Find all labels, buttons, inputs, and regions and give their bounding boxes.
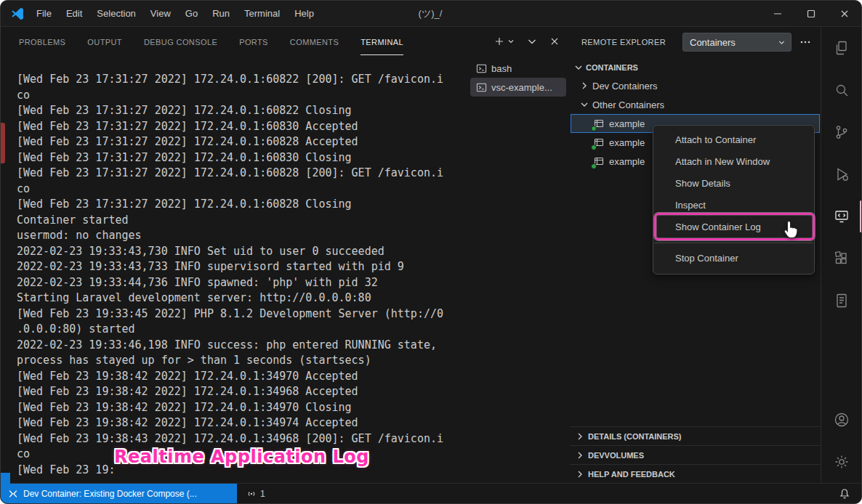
sidebar-title: REMOTE EXPLORER xyxy=(581,38,666,46)
tab-debug-console[interactable]: DEBUG CONSOLE xyxy=(144,28,217,55)
remote-indicator[interactable]: Dev Container: Existing Docker Compose (… xyxy=(1,484,237,503)
run-and-debug-icon[interactable] xyxy=(821,153,862,195)
container-context-menu: Attach to Container Attach in New Window… xyxy=(653,125,815,275)
chevron-down-icon xyxy=(573,62,584,73)
scope-select-value: Containers xyxy=(690,37,736,48)
more-actions-icon xyxy=(799,36,811,48)
section-containers[interactable]: CONTAINERS xyxy=(570,59,821,76)
radio-tower-icon xyxy=(246,489,257,499)
minimize-icon xyxy=(772,8,784,20)
close-icon xyxy=(839,8,850,20)
dropdown-chevron-icon xyxy=(507,37,515,46)
source-control-icon[interactable] xyxy=(821,111,862,153)
ports-count: 1 xyxy=(260,489,265,499)
tab-comments[interactable]: COMMENTS xyxy=(290,28,339,55)
menu-item-show-details[interactable]: Show Details xyxy=(653,173,814,195)
chevron-right-icon xyxy=(574,450,586,461)
tree-item-dev-containers[interactable]: Dev Containers xyxy=(570,76,821,95)
maximize-icon xyxy=(805,8,817,20)
new-terminal-icon xyxy=(494,36,505,47)
container-name: example xyxy=(609,118,645,129)
terminal-output[interactable]: [Wed Feb 23 17:31:27 2022] 172.24.0.1:60… xyxy=(1,56,470,483)
menu-selection[interactable]: Selection xyxy=(89,1,142,27)
chevron-down-icon xyxy=(777,38,786,47)
close-button[interactable] xyxy=(828,1,861,26)
ports-indicator[interactable]: 1 xyxy=(246,489,265,499)
menu-item-attach-in-new-window[interactable]: Attach in New Window xyxy=(653,151,814,173)
new-terminal-button[interactable] xyxy=(494,36,515,47)
tab-problems[interactable]: PROBLEMS xyxy=(19,28,65,55)
section-details-containers[interactable]: DETAILS (CONTAINERS) xyxy=(570,426,821,445)
container-icon xyxy=(593,118,605,129)
menu-separator xyxy=(654,243,813,243)
menubar: File Edit Selection View Go Run Terminal… xyxy=(29,1,321,27)
vscode-logo-icon xyxy=(10,7,25,21)
container-icon xyxy=(593,155,605,167)
terminal-panel: PROBLEMS OUTPUT DEBUG CONSOLE PORTS COMM… xyxy=(1,27,571,483)
menu-help[interactable]: Help xyxy=(287,1,321,27)
tree-item-other-containers[interactable]: Other Containers xyxy=(570,95,821,114)
window-title: (ツ)_/ xyxy=(419,1,443,27)
menu-edit[interactable]: Edit xyxy=(59,1,89,27)
chevron-right-icon xyxy=(579,80,590,92)
chevron-right-icon xyxy=(574,468,586,480)
bottom-left-blue-marker xyxy=(1,473,10,484)
close-panel-button[interactable] xyxy=(549,36,560,47)
vscode-window: File Edit Selection View Go Run Terminal… xyxy=(0,0,862,504)
running-dot-icon xyxy=(591,145,597,150)
report-icon[interactable] xyxy=(821,280,862,322)
accounts-icon[interactable] xyxy=(821,399,862,441)
terminal-tab-vsc-example[interactable]: vsc-example... xyxy=(470,78,566,97)
menu-file[interactable]: File xyxy=(29,1,59,27)
terminal-tab-label: bash xyxy=(491,63,512,74)
notifications-bell-button[interactable] xyxy=(839,488,850,500)
tab-output[interactable]: OUTPUT xyxy=(87,28,122,55)
panel-header: PROBLEMS OUTPUT DEBUG CONSOLE PORTS COMM… xyxy=(1,27,571,56)
panel-tabs: PROBLEMS OUTPUT DEBUG CONSOLE PORTS COMM… xyxy=(19,28,403,55)
container-name: example xyxy=(609,137,645,148)
extensions-icon[interactable] xyxy=(821,237,862,280)
remote-icon xyxy=(8,489,18,499)
terminal-icon xyxy=(476,63,487,74)
menu-item-stop-container[interactable]: Stop Container xyxy=(653,248,814,269)
menu-go[interactable]: Go xyxy=(178,1,205,27)
mouse-cursor xyxy=(783,220,799,239)
explorer-icon[interactable] xyxy=(821,27,862,69)
terminal-tab-list: bash vsc-example... xyxy=(470,56,571,483)
search-icon[interactable] xyxy=(821,69,862,111)
menu-terminal[interactable]: Terminal xyxy=(237,1,287,27)
settings-gear-icon[interactable] xyxy=(821,441,862,483)
remote-scope-select[interactable]: Containers xyxy=(682,33,791,52)
container-name: example xyxy=(609,156,645,167)
tree-item-label: Dev Containers xyxy=(592,81,658,92)
section-label: HELP AND FEEDBACK xyxy=(588,470,675,479)
section-label: DEVVOLUMES xyxy=(588,451,644,460)
maximize-button[interactable] xyxy=(794,1,828,26)
section-help-and-feedback[interactable]: HELP AND FEEDBACK xyxy=(570,464,821,483)
panel-chevron-down-icon xyxy=(526,36,538,47)
annotation-text: Realtime Application Log xyxy=(114,447,369,467)
section-devvolumes[interactable]: DEVVOLUMES xyxy=(570,445,821,464)
terminal-tab-label: vsc-example... xyxy=(491,82,552,93)
tab-terminal[interactable]: TERMINAL xyxy=(360,28,403,55)
tab-ports[interactable]: PORTS xyxy=(239,28,268,55)
status-bar: Dev Container: Existing Docker Compose (… xyxy=(1,483,861,503)
terminal-tab-bash[interactable]: bash xyxy=(470,59,566,78)
tree-item-label: Other Containers xyxy=(592,99,664,110)
panel-close-icon xyxy=(549,36,560,47)
sidebar-bottom-sections: DETAILS (CONTAINERS) DEVVOLUMES HELP AND… xyxy=(570,426,821,483)
minimize-button[interactable] xyxy=(761,1,794,26)
remote-explorer-icon[interactable] xyxy=(821,195,862,237)
panel-body: [Wed Feb 23 17:31:27 2022] 172.24.0.1:60… xyxy=(1,56,571,483)
menu-run[interactable]: Run xyxy=(205,1,237,27)
chevron-right-icon xyxy=(574,431,586,442)
menu-view[interactable]: View xyxy=(143,1,178,27)
remote-label: Dev Container: Existing Docker Compose (… xyxy=(23,489,197,499)
menu-item-attach-to-container[interactable]: Attach to Container xyxy=(653,129,814,151)
running-dot-icon xyxy=(591,126,597,131)
section-label: CONTAINERS xyxy=(586,63,638,72)
window-controls xyxy=(761,1,861,26)
more-actions-button[interactable] xyxy=(797,36,813,48)
terminal-icon xyxy=(476,82,487,93)
panel-minimize-button[interactable] xyxy=(526,36,538,47)
